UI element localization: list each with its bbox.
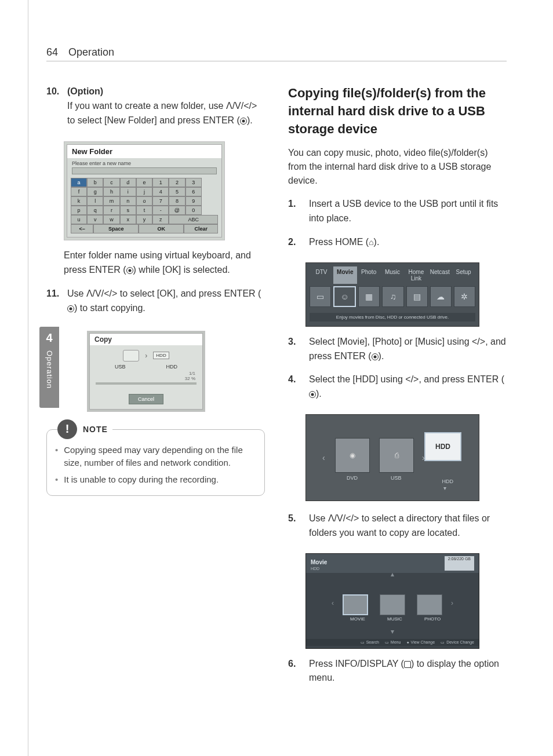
note-text: Copying speed may vary depending on the … bbox=[64, 444, 256, 470]
step-5: 5. Use Λ/V/</> to select a directory tha… bbox=[288, 512, 507, 540]
vk-key: 1 bbox=[152, 178, 169, 187]
bullet-icon: • bbox=[55, 444, 58, 470]
footer-item: ▭ Search bbox=[361, 640, 379, 645]
folder-label: PHOTO bbox=[424, 616, 441, 622]
vk-key: u bbox=[71, 215, 87, 224]
vk-key: b bbox=[87, 178, 103, 187]
home-tab-active: Movie bbox=[333, 266, 357, 284]
vk-key: c bbox=[103, 178, 119, 187]
text: ) to start copying. bbox=[74, 303, 145, 313]
enter-icon bbox=[67, 305, 74, 312]
screenshot-movie-list: Movie HDD 2:08/220 GB ▴ bbox=[305, 553, 479, 649]
step-number: 11. bbox=[46, 287, 63, 316]
movie-sub: HDD bbox=[311, 567, 327, 571]
vk-key: 6 bbox=[185, 187, 202, 196]
nav-glyph: Λ/V/</> bbox=[86, 288, 117, 298]
copy-dst-label: HDD bbox=[166, 364, 177, 370]
vk-key: s bbox=[120, 206, 136, 215]
vk-key: r bbox=[103, 206, 119, 215]
netcast-icon: ☁ bbox=[430, 286, 452, 307]
step-text: ). bbox=[247, 115, 253, 125]
text: Use bbox=[309, 513, 328, 523]
vk-key: 2 bbox=[169, 178, 185, 187]
step-number: 2. bbox=[288, 235, 304, 250]
step-6: 6. Press INFO/DISPLAY () to display the … bbox=[288, 657, 507, 686]
text: Select the [HDD] using bbox=[309, 374, 405, 384]
vk-key: e bbox=[136, 178, 152, 187]
step-11: 11. Use Λ/V/</> to select [OK], and pres… bbox=[46, 287, 265, 316]
chevron-down-icon: ▾ bbox=[391, 627, 394, 636]
copy-percent: 32 % bbox=[97, 376, 195, 381]
movie-time: 2:08/220 GB bbox=[445, 556, 474, 571]
chapter-label: Operation bbox=[45, 350, 54, 389]
vk-key: 7 bbox=[152, 196, 169, 206]
enter-icon bbox=[309, 391, 316, 398]
usb-icon bbox=[123, 350, 139, 361]
vk-key: m bbox=[103, 196, 119, 206]
vk-title: New Folder bbox=[67, 145, 221, 158]
usb-label: USB bbox=[391, 475, 402, 481]
footer-item: ▭ Device Change bbox=[441, 640, 474, 645]
step-10: 10. (Option) If you want to create a new… bbox=[46, 85, 265, 127]
dtv-icon: ▭ bbox=[310, 286, 331, 307]
nav-glyph: Λ/V/</> bbox=[226, 101, 257, 111]
vk-key: y bbox=[136, 215, 152, 224]
step-number: 3. bbox=[288, 335, 304, 364]
setup-icon: ✲ bbox=[454, 286, 475, 307]
info-display-icon bbox=[404, 661, 411, 668]
vk-key: 3 bbox=[185, 178, 202, 187]
vk-space: Space bbox=[93, 224, 139, 233]
chapter-tab: 4 Operation bbox=[39, 327, 59, 408]
page-section-title: Operation bbox=[68, 46, 114, 59]
enter-icon bbox=[372, 353, 379, 360]
vk-key: l bbox=[87, 196, 103, 206]
vk-back: <– bbox=[71, 224, 93, 233]
text: to select [OK], and press ENTER ( bbox=[117, 288, 261, 298]
vk-key: p bbox=[71, 206, 87, 215]
footer-item: ▭ Menu bbox=[385, 640, 401, 645]
vk-key: 8 bbox=[169, 196, 185, 206]
chevron-up-icon: ▴ bbox=[391, 570, 394, 578]
folder bbox=[380, 594, 405, 615]
step-1: 1. Insert a USB device to the USB port u… bbox=[288, 197, 507, 226]
vk-key: n bbox=[120, 196, 136, 206]
screenshot-device-select: ‹ ◉ DVD ⎙ USB › HDD HDD ▾ bbox=[305, 414, 479, 501]
footer-item: ● View Change bbox=[406, 640, 435, 645]
vk-ok: OK bbox=[139, 224, 184, 233]
vk-key: x bbox=[120, 215, 136, 224]
vk-key: 4 bbox=[152, 187, 169, 196]
page-margin-line bbox=[28, 0, 28, 756]
left-column: 10. (Option) If you want to create a new… bbox=[46, 85, 265, 695]
home-tab: Photo bbox=[357, 266, 381, 284]
movie-footer: ▭ Search ▭ Menu ● View Change ▭ Device C… bbox=[306, 639, 479, 646]
section-heading: Copying file(s)/folder(s) from the inter… bbox=[288, 85, 507, 138]
vk-bottom-row: <– Space OK Clear bbox=[71, 224, 218, 233]
step-number: 6. bbox=[288, 657, 304, 686]
music-icon: ♫ bbox=[382, 286, 403, 307]
home-tab: Home Link bbox=[404, 266, 428, 284]
note-icon: ! bbox=[57, 419, 77, 439]
vk-key: 9 bbox=[185, 196, 202, 206]
step-4: 4. Select the [HDD] using </>, and press… bbox=[288, 372, 507, 401]
after-vk-text: Enter folder name using virtual keyboard… bbox=[64, 249, 265, 277]
movie-icon: ☺ bbox=[333, 286, 356, 307]
note-text: It is unable to copy during the recordin… bbox=[64, 473, 219, 487]
step-number: 5. bbox=[288, 512, 304, 540]
step-subtitle: (Option) bbox=[67, 86, 103, 96]
vk-key: k bbox=[71, 196, 87, 206]
homelink-icon: ▤ bbox=[406, 286, 428, 307]
vk-key: w bbox=[103, 215, 119, 224]
vk-key: a bbox=[71, 178, 87, 187]
page-number: 64 bbox=[46, 46, 58, 59]
step-text: Insert a USB device to the USB port unti… bbox=[309, 197, 507, 226]
step-3: 3. Select [Movie], [Photo] or [Music] us… bbox=[288, 335, 507, 364]
home-tab: Music bbox=[381, 266, 405, 284]
step-2: 2. Press HOME (⌂). bbox=[288, 235, 507, 250]
vk-prompt: Please enter a new name bbox=[67, 158, 221, 167]
vk-key: q bbox=[87, 206, 103, 215]
vk-key: z bbox=[152, 215, 169, 224]
screenshot-home-menu: DTV Movie Photo Music Home Link Netcast … bbox=[305, 262, 479, 327]
text: , and press ENTER ( bbox=[419, 374, 504, 384]
bullet-icon: • bbox=[55, 473, 58, 487]
text: Use bbox=[67, 288, 86, 298]
